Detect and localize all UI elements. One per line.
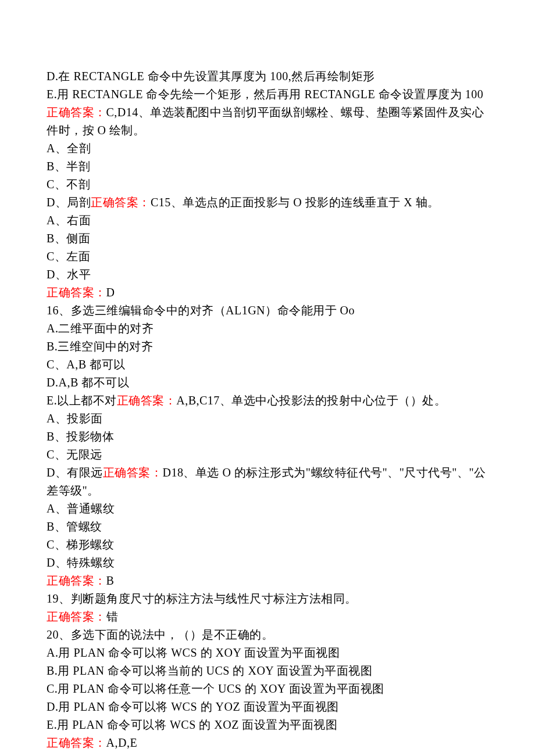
text-line: A、全剖	[47, 139, 488, 157]
text-segment: C15、单选点的正面投影与 O 投影的连线垂直于 X 轴。	[151, 196, 440, 209]
text-segment: E.用 PLAN 命令可以将 WCS 的 XOZ 面设置为平面视图	[47, 718, 337, 731]
text-segment: 19、判断题角度尺寸的标注方法与线性尺寸标注方法相同。	[47, 592, 357, 605]
text-line: D、水平	[47, 266, 488, 284]
text-segment: A.用 PLAN 命令可以将 WCS 的 XOY 面设置为平面视图	[47, 646, 340, 659]
text-line: A、投影面	[47, 410, 488, 428]
answer-label: 正确答案：	[47, 574, 106, 587]
text-line: D、特殊螺纹	[47, 554, 488, 572]
text-line: D.A,B 都不可以	[47, 374, 488, 392]
text-line: B.用 PLAN 命令可以将当前的 UCS 的 XOY 面设置为平面视图	[47, 662, 488, 680]
text-line: D、有限远正确答案：D18、单选 O 的标注形式为"螺纹特征代号"、"尺寸代号"…	[47, 464, 488, 500]
answer-label: 正确答案：	[47, 736, 106, 749]
text-segment: 错	[106, 610, 119, 623]
text-line: A、普通螺纹	[47, 500, 488, 518]
text-line: C、左面	[47, 248, 488, 266]
text-segment: D.A,B 都不可以	[47, 376, 129, 389]
text-segment: D、有限远	[47, 466, 103, 479]
answer-label: 正确答案：	[47, 286, 106, 299]
text-line: 正确答案：B	[47, 572, 488, 590]
text-segment: B、管螺纹	[47, 520, 102, 533]
text-line: C、梯形螺纹	[47, 536, 488, 554]
text-segment: B、侧面	[47, 232, 90, 245]
text-line: 19、判断题角度尺寸的标注方法与线性尺寸标注方法相同。	[47, 590, 488, 608]
text-segment: C、不剖	[47, 178, 90, 191]
text-segment: D	[106, 286, 115, 299]
answer-label: 正确答案：	[47, 610, 106, 623]
text-segment: D、局剖	[47, 196, 91, 209]
text-line: D.用 PLAN 命令可以将 WCS 的 YOZ 面设置为平面视图	[47, 698, 488, 716]
text-line: 20、多选下面的说法中，（）是不正确的。	[47, 626, 488, 644]
text-segment: B	[106, 574, 115, 587]
text-segment: C.用 PLAN 命令可以将任意一个 UCS 的 XOY 面设置为平面视图	[47, 682, 384, 695]
text-segment: B.用 PLAN 命令可以将当前的 UCS 的 XOY 面设置为平面视图	[47, 664, 372, 677]
text-line: 正确答案：D	[47, 284, 488, 302]
text-line: C、无限远	[47, 446, 488, 464]
text-segment: 20、多选下面的说法中，（）是不正确的。	[47, 628, 273, 641]
text-line: A.用 PLAN 命令可以将 WCS 的 XOY 面设置为平面视图	[47, 644, 488, 662]
text-line: C、A,B 都可以	[47, 356, 488, 374]
text-line: 正确答案：A,D,E	[47, 734, 488, 752]
text-line: D.在 RECTANGLE 命令中先设置其厚度为 100,然后再绘制矩形	[47, 67, 488, 85]
answer-label: 正确答案：	[47, 106, 106, 119]
text-segment: D、水平	[47, 268, 91, 281]
text-line: B、管螺纹	[47, 518, 488, 536]
text-segment: D.在 RECTANGLE 命令中先设置其厚度为 100,然后再绘制矩形	[47, 70, 375, 83]
text-segment: B、半剖	[47, 160, 90, 173]
answer-label: 正确答案：	[117, 394, 177, 407]
text-line: 正确答案：C,D14、单选装配图中当剖切平面纵剖螺栓、螺母、垫圈等紧固件及实心件…	[47, 103, 488, 139]
text-segment: A.二维平面中的对齐	[47, 322, 154, 335]
text-segment: 16、多选三维编辑命令中的对齐（AL1GN）命令能用于 Oo	[47, 304, 355, 317]
text-line: B、投影物体	[47, 428, 488, 446]
text-segment: C、无限远	[47, 448, 102, 461]
text-segment: A,B,C17、单选中心投影法的投射中心位于（）处。	[176, 394, 446, 407]
text-line: A.二维平面中的对齐	[47, 320, 488, 338]
text-line: B.三维空间中的对齐	[47, 338, 488, 356]
text-line: E.用 PLAN 命令可以将 WCS 的 XOZ 面设置为平面视图	[47, 716, 488, 734]
answer-label: 正确答案：	[91, 196, 151, 209]
text-line: 正确答案：错	[47, 608, 488, 626]
text-segment: D.用 PLAN 命令可以将 WCS 的 YOZ 面设置为平面视图	[47, 700, 339, 713]
text-segment: A,D,E	[106, 736, 138, 749]
text-line: 16、多选三维编辑命令中的对齐（AL1GN）命令能用于 Oo	[47, 302, 488, 320]
document-page: D.在 RECTANGLE 命令中先设置其厚度为 100,然后再绘制矩形E.用 …	[0, 0, 535, 756]
text-segment: C、A,B 都可以	[47, 358, 126, 371]
text-segment: C、左面	[47, 250, 90, 263]
text-segment: C,D14、单选装配图中当剖切平面纵剖螺栓、螺母、垫圈等紧固件及实心件时，按 O…	[47, 106, 484, 137]
text-segment: A、普通螺纹	[47, 502, 115, 515]
text-line: C、不剖	[47, 175, 488, 194]
text-line: A、右面	[47, 212, 488, 230]
text-segment: A、全剖	[47, 142, 91, 155]
answer-label: 正确答案：	[103, 466, 163, 479]
text-segment: E.用 RECTANGLE 命令先绘一个矩形，然后再用 RECTANGLE 命令…	[47, 88, 483, 101]
text-line: D、局剖正确答案：C15、单选点的正面投影与 O 投影的连线垂直于 X 轴。	[47, 194, 488, 212]
text-segment: E.以上都不对	[47, 394, 117, 407]
text-segment: A、投影面	[47, 412, 103, 425]
text-segment: C、梯形螺纹	[47, 538, 114, 551]
text-segment: A、右面	[47, 214, 91, 227]
text-line: E.用 RECTANGLE 命令先绘一个矩形，然后再用 RECTANGLE 命令…	[47, 85, 488, 103]
text-line: B、半剖	[47, 157, 488, 175]
text-segment: D、特殊螺纹	[47, 556, 115, 569]
text-line: C.用 PLAN 命令可以将任意一个 UCS 的 XOY 面设置为平面视图	[47, 680, 488, 698]
text-segment: B.三维空间中的对齐	[47, 340, 153, 353]
text-line: B、侧面	[47, 230, 488, 248]
text-line: E.以上都不对正确答案：A,B,C17、单选中心投影法的投射中心位于（）处。	[47, 392, 488, 410]
text-segment: B、投影物体	[47, 430, 114, 443]
